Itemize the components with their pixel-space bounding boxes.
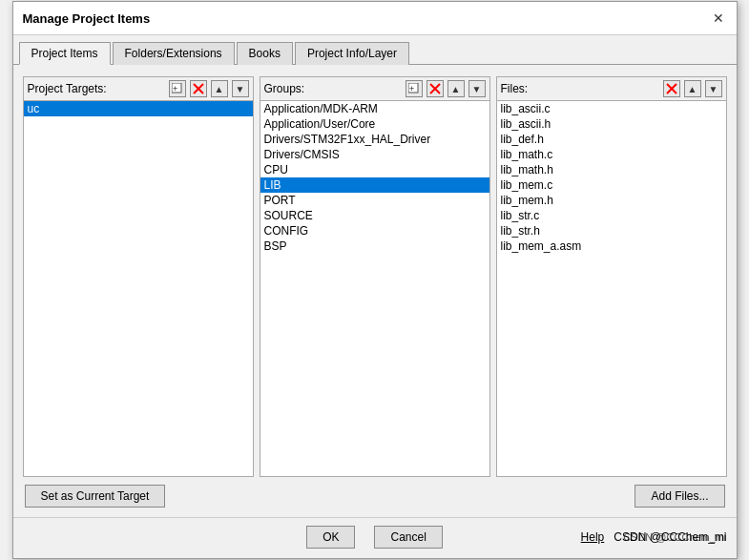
- tab-project-items[interactable]: Project Items: [19, 42, 111, 65]
- dialog-title: Manage Project Items: [23, 11, 151, 26]
- list-item[interactable]: CPU: [260, 162, 489, 177]
- project-targets-list[interactable]: uc: [24, 101, 253, 476]
- footer-watermark-text: CSDN @CCChem_mi: [614, 530, 726, 544]
- cancel-button[interactable]: Cancel: [374, 526, 442, 549]
- new-icon: +: [172, 83, 183, 94]
- groups-down-button[interactable]: ▼: [468, 80, 486, 97]
- groups-header: Groups: + ▲ ▼: [260, 77, 489, 101]
- close-button[interactable]: ✕: [710, 10, 727, 27]
- set-as-current-target-button[interactable]: Set as Current Target: [25, 485, 166, 508]
- project-targets-label: Project Targets:: [28, 82, 165, 95]
- bottom-bar: Set as Current Target Add Files...: [23, 485, 727, 508]
- list-item[interactable]: lib_mem.h: [497, 193, 726, 208]
- tab-folders-extensions[interactable]: Folders/Extensions: [113, 42, 235, 65]
- list-item[interactable]: Application/User/Core: [260, 116, 489, 132]
- list-item[interactable]: Drivers/CMSIS: [260, 147, 489, 162]
- list-item[interactable]: BSP: [260, 239, 489, 254]
- list-item[interactable]: SOURCE: [260, 208, 489, 223]
- project-targets-down-button[interactable]: ▼: [232, 80, 249, 97]
- files-panel: Files: ▲ ▼ lib_ascii.clib_ascii.hlib_def…: [496, 76, 727, 477]
- svg-text:+: +: [173, 84, 177, 93]
- delete-icon: [193, 83, 204, 94]
- groups-up-button[interactable]: ▲: [447, 80, 465, 97]
- list-item[interactable]: PORT: [260, 193, 489, 208]
- project-targets-header: Project Targets: + ▲ ▼: [24, 77, 253, 101]
- list-item[interactable]: lib_mem.c: [497, 177, 726, 193]
- groups-label: Groups:: [264, 82, 402, 95]
- delete-icon: [666, 83, 677, 94]
- files-up-button[interactable]: ▲: [684, 80, 701, 97]
- list-item[interactable]: lib_str.h: [497, 223, 726, 239]
- tab-books[interactable]: Books: [237, 42, 293, 65]
- list-item[interactable]: Application/MDK-ARM: [260, 101, 489, 116]
- list-item[interactable]: lib_math.h: [497, 162, 726, 177]
- list-item[interactable]: lib_str.c: [497, 208, 726, 223]
- tab-project-info-layer[interactable]: Project Info/Layer: [295, 42, 409, 65]
- manage-project-dialog: Manage Project Items ✕ Project Items Fol…: [12, 1, 738, 559]
- project-targets-panel: Project Targets: + ▲ ▼: [23, 76, 254, 477]
- bottom-right: Add Files...: [635, 485, 724, 508]
- add-files-button[interactable]: Add Files...: [635, 485, 724, 508]
- list-item[interactable]: Drivers/STM32F1xx_HAL_Driver: [260, 132, 489, 147]
- list-item[interactable]: lib_mem_a.asm: [497, 239, 726, 254]
- main-content: Project Targets: + ▲ ▼: [13, 65, 737, 517]
- ok-button[interactable]: OK: [306, 526, 355, 549]
- project-targets-up-button[interactable]: ▲: [211, 80, 228, 97]
- list-item[interactable]: lib_ascii.h: [497, 116, 726, 132]
- groups-panel: Groups: + ▲ ▼: [260, 76, 490, 477]
- delete-icon: [429, 83, 441, 94]
- files-list[interactable]: lib_ascii.clib_ascii.hlib_def.hlib_math.…: [497, 101, 726, 476]
- groups-list[interactable]: Application/MDK-ARMApplication/User/Core…: [260, 101, 489, 476]
- list-item[interactable]: lib_def.h: [497, 132, 726, 147]
- tab-bar: Project Items Folders/Extensions Books P…: [13, 35, 737, 65]
- new-icon: +: [408, 83, 420, 94]
- panels-container: Project Targets: + ▲ ▼: [23, 76, 727, 477]
- list-item[interactable]: CONFIG: [260, 223, 489, 239]
- title-bar: Manage Project Items ✕: [13, 2, 737, 35]
- help-link[interactable]: Help: [581, 530, 605, 544]
- help-watermark: Help CSDN @CCChem_mi: [581, 530, 727, 544]
- files-down-button[interactable]: ▼: [705, 80, 722, 97]
- files-delete-button[interactable]: [663, 80, 680, 97]
- files-header: Files: ▲ ▼: [497, 77, 726, 101]
- groups-delete-button[interactable]: [427, 80, 444, 97]
- list-item[interactable]: lib_ascii.c: [497, 101, 726, 116]
- list-item[interactable]: LIB: [260, 177, 489, 193]
- files-label: Files:: [501, 82, 659, 95]
- project-targets-new-button[interactable]: +: [169, 80, 186, 97]
- groups-new-button[interactable]: +: [406, 80, 423, 97]
- list-item[interactable]: lib_math.c: [497, 147, 726, 162]
- list-item[interactable]: uc: [24, 101, 253, 116]
- bottom-left: Set as Current Target: [25, 485, 166, 508]
- footer: OK Cancel CSDN @CCChem_mi Help Help CSDN…: [13, 517, 737, 558]
- project-targets-delete-button[interactable]: [190, 80, 207, 97]
- svg-text:+: +: [409, 84, 414, 93]
